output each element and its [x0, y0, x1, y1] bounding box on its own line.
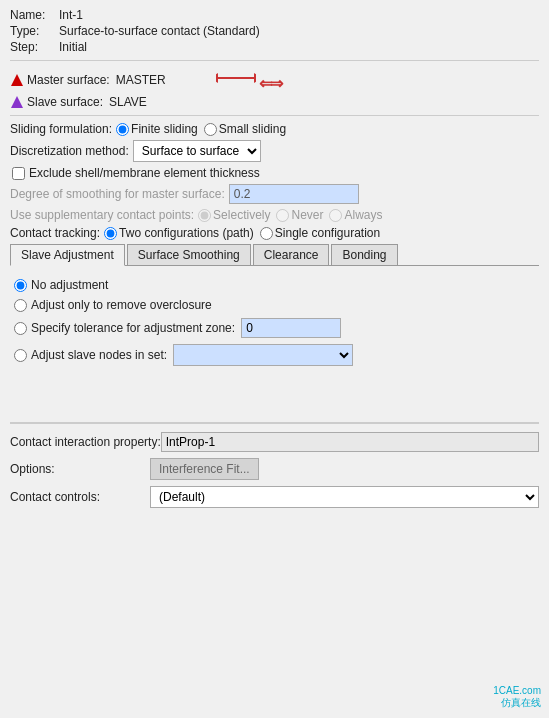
supplementary-label: Use supplementary contact points:	[10, 208, 194, 222]
interference-fit-button[interactable]: Interference Fit...	[150, 458, 259, 480]
watermark-text1: 1CAE.com	[493, 685, 541, 696]
sliding-finite-label: Finite sliding	[131, 122, 198, 136]
contact-property-row: Contact interaction property:	[10, 432, 539, 452]
tab-slave-adjustment[interactable]: Slave Adjustment	[10, 244, 125, 266]
contact-tracking-two[interactable]: Two configurations (path)	[104, 226, 254, 240]
step-value: Initial	[59, 40, 87, 54]
contact-controls-row: Contact controls: (Default)	[10, 486, 539, 508]
supplementary-selectively-radio[interactable]	[198, 209, 211, 222]
smoothing-degree-row: Degree of smoothing for master surface:	[10, 184, 539, 204]
smoothing-degree-input[interactable]	[229, 184, 359, 204]
arrow-icon: ⇐⇒	[216, 67, 281, 93]
adjustment-no-label: No adjustment	[31, 278, 108, 292]
slave-surface-label: Slave surface:	[27, 95, 103, 109]
master-surface-icon	[10, 73, 24, 87]
watermark-text2: 仿真在线	[493, 696, 541, 710]
adjustment-set-radio[interactable]	[14, 349, 27, 362]
master-surface-row: Master surface: MASTER ⇐⇒	[10, 67, 539, 93]
sliding-small-label: Small sliding	[219, 122, 286, 136]
contact-tracking-row: Contact tracking: Two configurations (pa…	[10, 226, 539, 240]
smoothing-degree-label: Degree of smoothing for master surface:	[10, 187, 225, 201]
exclude-shell-row[interactable]: Exclude shell/membrane element thickness	[12, 166, 539, 180]
adjustment-remove-label: Adjust only to remove overclosure	[31, 298, 212, 312]
adjustment-tolerance-radio[interactable]	[14, 322, 27, 335]
supplementary-row: Use supplementary contact points: Select…	[10, 208, 539, 222]
tab-bonding[interactable]: Bonding	[331, 244, 397, 265]
type-label: Type:	[10, 24, 55, 38]
discretization-label: Discretization method:	[10, 144, 129, 158]
sliding-small-option[interactable]: Small sliding	[204, 122, 286, 136]
adjustment-tolerance-label: Specify tolerance for adjustment zone:	[31, 321, 235, 335]
supplementary-options: Selectively Never Always	[198, 208, 382, 222]
contact-tracking-label: Contact tracking:	[10, 226, 100, 240]
name-value: Int-1	[59, 8, 83, 22]
slave-surface-row: Slave surface: SLAVE	[10, 95, 539, 109]
adjustment-set-select[interactable]	[173, 344, 353, 366]
adjustment-no-radio[interactable]	[14, 279, 27, 292]
svg-marker-4	[216, 73, 218, 83]
contact-tracking-single-radio[interactable]	[260, 227, 273, 240]
exclude-shell-label: Exclude shell/membrane element thickness	[29, 166, 260, 180]
slave-surface-value: SLAVE	[109, 95, 147, 109]
sliding-formulation-label: Sliding formulation:	[10, 122, 112, 136]
contact-property-label: Contact interaction property:	[10, 435, 161, 449]
svg-marker-5	[11, 96, 23, 108]
type-value: Surface-to-surface contact (Standard)	[59, 24, 260, 38]
adjustment-set-row[interactable]: Adjust slave nodes in set:	[14, 344, 535, 366]
supplementary-never[interactable]: Never	[276, 208, 323, 222]
contact-tracking-two-radio[interactable]	[104, 227, 117, 240]
supplementary-selectively[interactable]: Selectively	[198, 208, 270, 222]
tab-surface-smoothing[interactable]: Surface Smoothing	[127, 244, 251, 265]
divider-1	[10, 60, 539, 61]
contact-tracking-single-label: Single configuration	[275, 226, 380, 240]
contact-tracking-options: Two configurations (path) Single configu…	[104, 226, 380, 240]
supplementary-always-label: Always	[344, 208, 382, 222]
watermark: 1CAE.com 仿真在线	[493, 685, 541, 710]
slave-surface-icon	[10, 95, 24, 109]
supplementary-always-radio[interactable]	[329, 209, 342, 222]
contact-controls-select[interactable]: (Default)	[150, 486, 539, 508]
step-row: Step: Initial	[10, 40, 539, 54]
sliding-formulation-row: Sliding formulation: Finite sliding Smal…	[10, 122, 539, 136]
name-label: Name:	[10, 8, 55, 22]
adjustment-tolerance-row[interactable]: Specify tolerance for adjustment zone:	[14, 318, 535, 338]
contact-tracking-single[interactable]: Single configuration	[260, 226, 380, 240]
contact-property-input[interactable]	[161, 432, 539, 452]
sliding-finite-option[interactable]: Finite sliding	[116, 122, 198, 136]
master-surface-value: MASTER	[116, 73, 166, 87]
tab-clearance[interactable]: Clearance	[253, 244, 330, 265]
sliding-finite-radio[interactable]	[116, 123, 129, 136]
exclude-shell-checkbox[interactable]	[12, 167, 25, 180]
adjustment-set-label: Adjust slave nodes in set:	[31, 348, 167, 362]
supplementary-never-label: Never	[291, 208, 323, 222]
svg-marker-0	[11, 74, 23, 86]
options-label: Options:	[10, 462, 150, 476]
bottom-section: Contact interaction property: Options: I…	[10, 422, 539, 508]
type-row: Type: Surface-to-surface contact (Standa…	[10, 24, 539, 38]
adjustment-no-row[interactable]: No adjustment	[14, 278, 535, 292]
discretization-row: Discretization method: Surface to surfac…	[10, 140, 539, 162]
adjustment-tolerance-input[interactable]	[241, 318, 341, 338]
supplementary-selectively-label: Selectively	[213, 208, 270, 222]
options-row: Options: Interference Fit...	[10, 458, 539, 480]
step-label: Step:	[10, 40, 55, 54]
contact-tracking-two-label: Two configurations (path)	[119, 226, 254, 240]
svg-marker-2	[254, 73, 256, 83]
contact-controls-label: Contact controls:	[10, 490, 150, 504]
divider-2	[10, 115, 539, 116]
master-surface-label: Master surface:	[27, 73, 110, 87]
supplementary-always[interactable]: Always	[329, 208, 382, 222]
tab-content-slave-adjustment: No adjustment Adjust only to remove over…	[10, 272, 539, 412]
sliding-small-radio[interactable]	[204, 123, 217, 136]
discretization-select[interactable]: Surface to surface Node to surface	[133, 140, 261, 162]
supplementary-never-radio[interactable]	[276, 209, 289, 222]
adjustment-remove-row[interactable]: Adjust only to remove overclosure	[14, 298, 535, 312]
tabs-container: Slave Adjustment Surface Smoothing Clear…	[10, 244, 539, 266]
name-row: Name: Int-1	[10, 8, 539, 22]
sliding-formulation-options: Finite sliding Small sliding	[116, 122, 286, 136]
adjustment-remove-radio[interactable]	[14, 299, 27, 312]
